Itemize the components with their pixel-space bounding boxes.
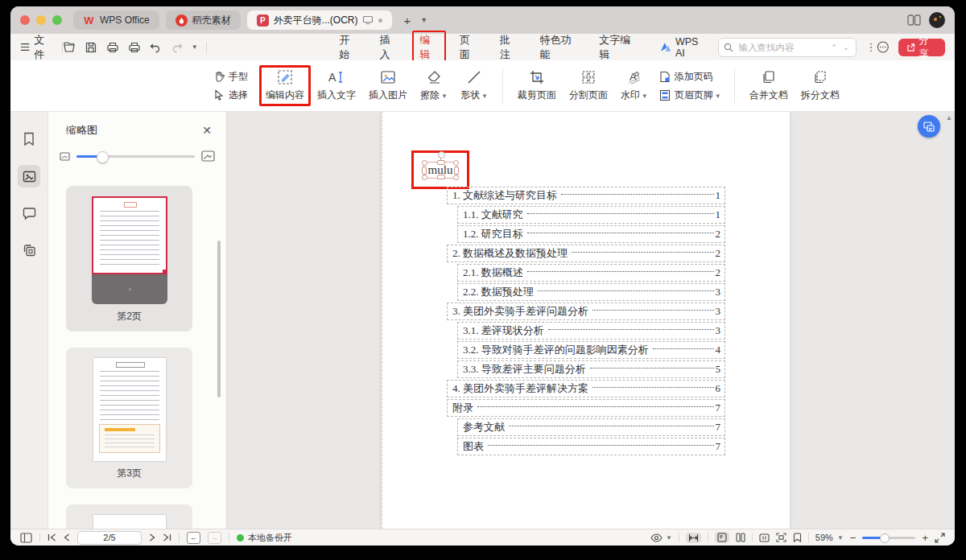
toc-entry[interactable]: 附录7 bbox=[447, 399, 725, 417]
view-mode-button[interactable]: ▼ bbox=[650, 533, 672, 542]
toggle-sidebar-icon[interactable] bbox=[20, 533, 32, 543]
edit-content-button[interactable]: 编辑内容 bbox=[259, 65, 311, 106]
zoom-level-button[interactable]: 59% ▼ bbox=[815, 533, 844, 542]
file-menu[interactable]: 文件 bbox=[20, 33, 54, 62]
slider-knob[interactable] bbox=[97, 151, 109, 163]
thumbnails-panel-button[interactable] bbox=[18, 165, 40, 187]
two-page-view-icon[interactable] bbox=[736, 533, 745, 542]
bookmarks-panel-button[interactable] bbox=[18, 128, 40, 150]
close-window-button[interactable] bbox=[20, 15, 30, 25]
fullscreen-icon[interactable] bbox=[935, 533, 945, 543]
search-prev-icon[interactable]: ⌃ bbox=[832, 43, 840, 51]
header-footer-button[interactable]: 页眉页脚▼ bbox=[659, 89, 721, 102]
more-options-kebab-icon[interactable]: ⋮ bbox=[866, 41, 877, 53]
resize-handle[interactable] bbox=[422, 167, 427, 175]
split-view-icon[interactable] bbox=[907, 14, 921, 26]
thumbnail-scrollbar[interactable] bbox=[217, 241, 221, 397]
shapes-button[interactable]: 形状▼ bbox=[454, 65, 494, 106]
redo-icon[interactable] bbox=[171, 42, 183, 53]
resize-handle[interactable] bbox=[454, 167, 459, 175]
tab-docer-assets[interactable]: 稻壳素材 bbox=[166, 10, 241, 30]
small-thumbnail-icon[interactable] bbox=[60, 152, 70, 161]
zoom-slider-knob[interactable] bbox=[880, 533, 890, 543]
insert-text-button[interactable]: A 插入文字 bbox=[311, 65, 362, 106]
feedback-icon[interactable] bbox=[877, 40, 890, 54]
tab-home[interactable]: 开始 bbox=[340, 33, 359, 62]
maximize-window-button[interactable] bbox=[52, 15, 62, 25]
undo-icon[interactable] bbox=[150, 42, 162, 53]
page-number-input[interactable] bbox=[77, 531, 142, 545]
new-tab-button[interactable]: + bbox=[398, 14, 415, 27]
forward-view-button[interactable]: → bbox=[208, 532, 221, 544]
zoom-slider[interactable] bbox=[862, 537, 915, 539]
zoom-in-button[interactable]: + bbox=[922, 532, 928, 544]
toc-entry[interactable]: 4. 美团外卖骑手差评解决方案6 bbox=[447, 380, 725, 397]
user-avatar[interactable] bbox=[929, 12, 945, 28]
resize-handle[interactable] bbox=[422, 175, 427, 180]
toc-entry[interactable]: 参考文献7 bbox=[457, 418, 725, 436]
toc-entry[interactable]: 3. 美团外卖骑手差评问题分析3 bbox=[447, 303, 725, 320]
save-icon[interactable] bbox=[85, 41, 97, 54]
scrollbar-up-arrow-icon[interactable]: ▲ bbox=[946, 114, 952, 121]
pdf-page[interactable]: mulu 1. 文献综述与研究目标1 bbox=[382, 112, 790, 529]
rotate-handle[interactable] bbox=[438, 151, 445, 159]
insert-image-button[interactable]: 插入图片 bbox=[362, 65, 414, 106]
tab-text-edit[interactable]: 文字编辑 bbox=[599, 33, 638, 62]
erase-button[interactable]: 擦除▼ bbox=[414, 65, 454, 106]
comments-panel-button[interactable] bbox=[18, 202, 40, 224]
slideshow-icon[interactable] bbox=[759, 533, 770, 542]
wps-ai-button[interactable]: WPS AI bbox=[660, 36, 708, 59]
share-button[interactable]: 分享 bbox=[898, 39, 945, 56]
search-input[interactable] bbox=[737, 42, 828, 53]
search-next-icon[interactable]: ⌄ bbox=[843, 43, 851, 51]
resize-handle[interactable] bbox=[453, 160, 459, 166]
toc-entry[interactable]: 1.1. 文献研究1 bbox=[457, 206, 725, 224]
close-panel-button[interactable]: ✕ bbox=[202, 124, 212, 137]
local-backup-status[interactable]: 本地备份开 bbox=[237, 532, 292, 544]
resize-handle[interactable] bbox=[437, 175, 445, 179]
toc-entry[interactable]: 图表7 bbox=[457, 438, 725, 455]
split-page-button[interactable]: 分割页面 bbox=[563, 65, 614, 106]
watermark-button[interactable]: A 水印▼ bbox=[614, 65, 654, 106]
resize-handle[interactable] bbox=[453, 175, 459, 180]
split-doc-button[interactable]: 拆分文档 bbox=[795, 65, 846, 106]
toc-entry[interactable]: 3.2. 导致对骑手差评的问题影响因素分析4 bbox=[457, 341, 725, 359]
tab-page[interactable]: 页面 bbox=[460, 33, 479, 62]
toc-entry[interactable]: 2. 数据概述及数据预处理2 bbox=[447, 245, 725, 262]
reading-bookmark-icon[interactable] bbox=[793, 533, 802, 542]
undo-history-chevron-icon[interactable]: ▼ bbox=[192, 43, 198, 51]
screen-share-icon[interactable] bbox=[362, 15, 374, 25]
ai-assistant-floating-button[interactable] bbox=[918, 115, 940, 138]
print-preview-icon[interactable] bbox=[128, 41, 141, 54]
toc-entry[interactable]: 1.2. 研究目标2 bbox=[457, 225, 725, 243]
single-page-view-button[interactable] bbox=[715, 532, 729, 543]
open-file-icon[interactable] bbox=[63, 41, 76, 54]
add-page-number-button[interactable]: 添加页码 bbox=[659, 70, 721, 84]
resize-handle[interactable] bbox=[422, 160, 427, 166]
minimize-window-button[interactable] bbox=[36, 15, 46, 25]
back-view-button[interactable]: ← bbox=[187, 532, 200, 544]
hand-tool-button[interactable]: 手型 bbox=[213, 70, 248, 84]
tab-edit-active[interactable]: 编辑 bbox=[412, 31, 446, 64]
previous-page-icon[interactable] bbox=[64, 533, 70, 541]
toc-entry[interactable]: 2.1. 数据概述2 bbox=[457, 264, 725, 282]
first-page-icon[interactable] bbox=[47, 533, 56, 541]
thumbnail-page-2[interactable]: 第2页 bbox=[66, 186, 192, 331]
thumbnail-page-4[interactable] bbox=[66, 504, 192, 529]
tab-insert[interactable]: 插入 bbox=[379, 33, 398, 62]
tab-list-chevron-icon[interactable]: ▼ bbox=[415, 16, 432, 24]
select-tool-button[interactable]: 选择 bbox=[213, 89, 248, 102]
tab-comment[interactable]: 批注 bbox=[500, 33, 519, 62]
slider-track[interactable] bbox=[76, 155, 195, 158]
print-icon[interactable] bbox=[106, 41, 119, 54]
toc-entry[interactable]: 2.2. 数据预处理3 bbox=[457, 283, 725, 301]
next-page-icon[interactable] bbox=[149, 533, 155, 541]
tab-active-document[interactable]: P 外卖平台骑...(OCR) bbox=[247, 10, 393, 30]
fit-width-button[interactable] bbox=[686, 533, 701, 543]
last-page-icon[interactable] bbox=[163, 533, 171, 541]
document-viewport[interactable]: mulu 1. 文献综述与研究目标1 bbox=[227, 112, 955, 529]
zoom-out-button[interactable]: − bbox=[850, 532, 857, 544]
merge-doc-button[interactable]: 合并文档 bbox=[743, 65, 795, 106]
thumbnail-page-3[interactable]: 第3页 bbox=[66, 348, 192, 488]
fit-screen-icon[interactable] bbox=[776, 533, 786, 542]
